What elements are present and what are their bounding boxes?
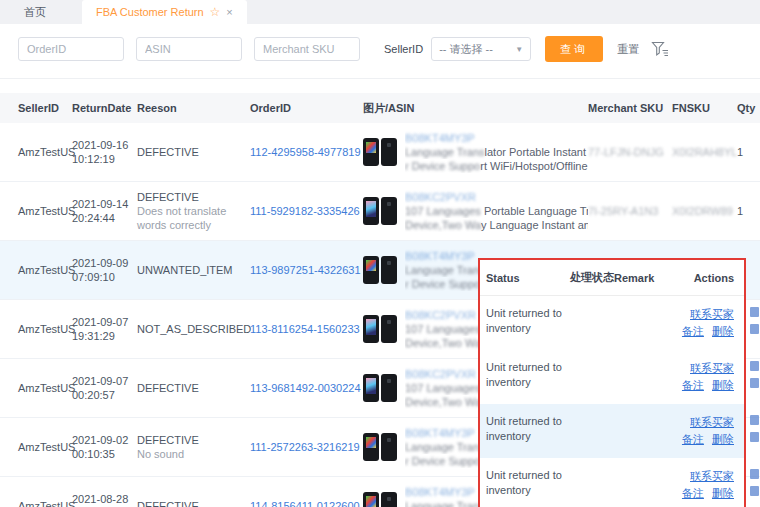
status-cell: Unit returned to inventory [486,468,570,502]
asin-link[interactable]: B08KT4MY3P [405,131,588,145]
reason-code: DEFECTIVE [137,190,244,204]
order-id-cell: 113-8116254-1560233 [250,323,363,335]
product-photo-front [363,138,379,166]
reason-code: DEFECTIVE [137,145,244,159]
return-time: 20:24:44 [72,211,137,225]
contact-buyer-link[interactable]: 联系买家 [690,416,734,428]
return-time: 00:10:35 [72,447,137,461]
merchant-sku-input[interactable] [254,37,360,61]
order-id-link[interactable]: 111-2572263-3216219 [250,441,360,453]
col-reason: Reeson [137,101,250,115]
remark-link[interactable]: 备注 [682,379,704,391]
tab-close-icon[interactable]: × [226,6,232,18]
product-images [363,374,397,402]
product-images [363,433,397,461]
return-date: 2021-09-14 [72,197,137,211]
order-id-link[interactable]: 113-8116254-1560233 [250,323,360,335]
select-value: -- 请选择 -- [439,42,493,57]
reason-code: UNWANTED_ITEM [137,263,244,277]
order-id-cell: 114-8156411-0122600 [250,500,363,507]
remark-link[interactable]: 备注 [682,325,704,337]
favorite-star-icon[interactable]: ☆ [210,5,221,19]
order-id-cell: 113-9897251-4322631 [250,264,363,276]
chevron-down-icon: ▼ [515,45,523,54]
product-photo-front [363,197,379,225]
seller-id-cell: AmzTestUS [18,146,72,158]
return-date: 2021-09-09 [72,256,137,270]
product-photo-front [363,256,379,284]
actions-cell: 联系买家 备注 删除 [672,468,738,502]
col-image-asin: 图片/ASIN [363,101,588,116]
status-cell: Unit returned to inventory [486,360,570,394]
delete-link[interactable]: 删除 [712,433,734,445]
seller-id-cell: AmzTestUS [18,205,72,217]
order-id-link[interactable]: 114-8156411-0122600 [250,500,360,507]
delete-link[interactable]: 删除 [712,325,734,337]
panel-header: Status 处理状态 Remark Actions [480,260,744,296]
panel-rows: Unit returned to inventory 联系买家 备注 删除 Un… [480,296,744,507]
product-images [363,197,397,225]
divider [0,78,760,79]
contact-buyer-link[interactable]: 联系买家 [690,470,734,482]
order-id-link[interactable]: 111-5929182-3335426 [250,205,360,217]
order-id-link[interactable]: 113-9681492-0030224 [250,382,361,394]
remark-link[interactable]: 备注 [682,487,704,499]
seller-id-cell: AmzTestUS [18,500,72,507]
return-date: 2021-09-07 [72,315,137,329]
order-id-cell: 112-4295958-4977819 [250,146,363,158]
product-photo-back [381,197,397,225]
fnsku-cell: X0I2DRW89 [672,205,737,217]
order-id-cell: 113-9681492-0030224 [250,382,363,394]
query-button[interactable]: 查询 [545,36,603,62]
delete-link[interactable]: 删除 [712,487,734,499]
seller-id-select[interactable]: -- 请选择 -- ▼ [431,37,531,61]
reason-cell: DEFECTIVE [137,145,250,159]
clipped-link-fragment [750,378,759,388]
product-title-line2: Device,Two Way Language Instant and Voic… [405,218,588,232]
product-photo-back [381,433,397,461]
reset-button[interactable]: 重置 [617,42,639,57]
col-merchant-sku: Merchant SKU [588,102,672,114]
product-photo-back [381,256,397,284]
col-seller-id: SellerID [18,102,72,114]
clipped-link-fragment [750,415,759,425]
actions-cell: 联系买家 备注 删除 [672,414,738,448]
return-time: 19:31:29 [72,329,137,343]
product-photo-front [363,492,379,507]
contact-buyer-link[interactable]: 联系买家 [690,308,734,320]
return-date-cell: 2021-09-02 00:10:35 [72,433,137,461]
reason-code: DEFECTIVE [137,433,244,447]
order-id-link[interactable]: 112-4295958-4977819 [250,146,361,158]
return-date-cell: 2021-09-07 19:31:29 [72,315,137,343]
delete-link[interactable]: 删除 [712,379,734,391]
col-fnsku: FNSKU [672,102,737,114]
filter-funnel-icon[interactable] [651,41,669,57]
product-images [363,138,397,166]
status-cell: Unit returned to inventory [486,306,570,340]
return-date-cell: 2021-09-14 20:24:44 [72,197,137,225]
clipped-link-fragment [750,307,759,317]
col-return-date: ReturnDate [72,101,137,115]
tab-home[interactable]: 首页 [0,0,70,24]
status-cell: Unit returned to inventory [486,414,570,448]
order-id-link[interactable]: 113-9897251-4322631 [250,264,361,276]
contact-buyer-link[interactable]: 联系买家 [690,362,734,374]
reason-code: DEFECTIVE [137,381,244,395]
merchant-sku-cell: 77-LFJN-DNJG [588,146,672,158]
image-asin-cell: B08KT4MY3P Language Translator Portable … [363,131,588,173]
col-actions: Actions [672,272,738,284]
col-handle-state: 处理状态 [570,270,614,285]
asin-link[interactable]: B08KC2PVXR [405,190,588,204]
fnsku-cell: X0I2RAH8YL [672,146,737,158]
remark-link[interactable]: 备注 [682,433,704,445]
asin-input[interactable] [136,37,242,61]
table-row[interactable]: AmzTestUS 2021-09-16 10:12:19 DEFECTIVE … [0,123,760,182]
table-row[interactable]: AmzTestUS 2021-09-14 20:24:44 DEFECTIVE … [0,182,760,241]
qty-cell: 1 [737,205,760,217]
product-images [363,492,397,507]
tab-fba-customer-return[interactable]: FBA Customer Return ☆ × [82,0,247,24]
merchant-sku-cell: 7I-25RY-A1N3 [588,205,672,217]
return-time: 10:12:19 [72,152,137,166]
qty-cell: 1 [737,146,760,158]
order-id-input[interactable] [18,37,124,61]
